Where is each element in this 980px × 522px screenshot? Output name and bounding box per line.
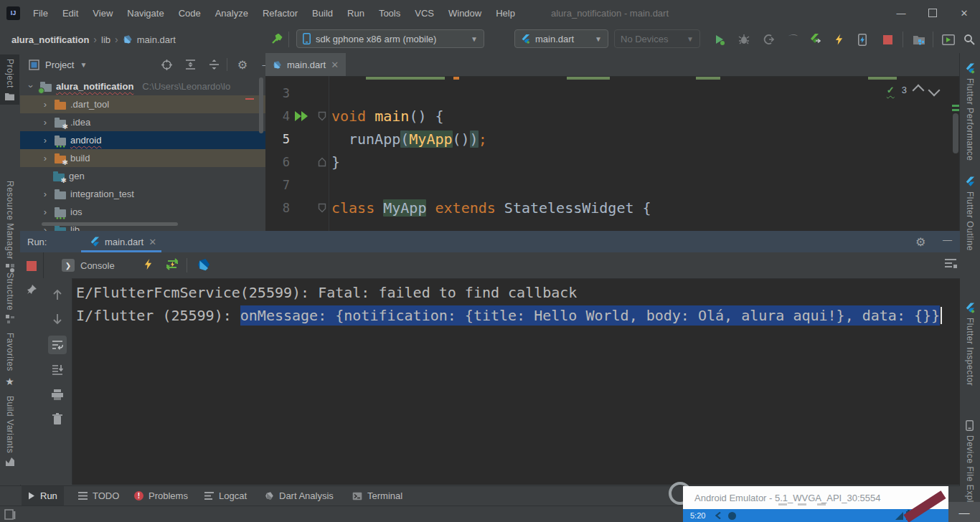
tree-item-label[interactable]: integration_test <box>70 189 134 199</box>
stop-button[interactable] <box>880 32 895 47</box>
hot-reload-button[interactable] <box>831 32 846 47</box>
stripe-resource-manager-button[interactable]: Resource Manager <box>0 181 19 272</box>
menu-tools[interactable]: Tools <box>372 0 407 26</box>
tree-row-android[interactable]: › ●●● android <box>20 131 265 149</box>
chevron-collapsed-icon[interactable]: › <box>40 99 50 110</box>
run-button[interactable] <box>712 32 727 47</box>
breadcrumb-file[interactable]: main.dart <box>137 34 176 45</box>
down-stack-trace-icon[interactable] <box>48 310 67 328</box>
search-icon[interactable] <box>962 32 976 47</box>
up-stack-trace-icon[interactable] <box>48 285 67 304</box>
soft-wrap-icon[interactable] <box>48 336 67 354</box>
tool-button-run[interactable]: Run <box>22 486 64 506</box>
inspections-widget[interactable]: ✓ 3 <box>887 85 938 95</box>
tool-button-dart-analysis[interactable]: Dart Analysis <box>258 486 340 506</box>
tree-row-integration-test[interactable]: › integration_test <box>20 185 265 203</box>
run-tab-main-dart[interactable]: main.dart ✕ <box>81 231 165 252</box>
stripe-structure-button[interactable]: Structure <box>0 272 19 323</box>
tree-item-label[interactable]: build <box>70 153 90 163</box>
code-line-7[interactable]: 7 <box>265 174 960 196</box>
console-tab[interactable]: ❯ Console <box>62 256 115 275</box>
breadcrumb-root[interactable]: alura_notification <box>11 34 89 45</box>
hide-panel-icon[interactable]: — <box>943 234 952 245</box>
locate-file-icon[interactable] <box>161 59 172 70</box>
window-close-button[interactable]: ✕ <box>948 0 980 26</box>
stripe-project-button[interactable]: Project <box>0 54 19 105</box>
chevron-collapsed-icon[interactable]: › <box>40 207 50 217</box>
window-maximize-button[interactable] <box>917 0 948 26</box>
tree-row-gen[interactable]: ✱ gen <box>20 167 265 185</box>
scrollbar-thumb[interactable] <box>953 113 958 153</box>
clear-trash-icon[interactable] <box>48 409 67 428</box>
vertical-scrollbar[interactable] <box>259 77 263 133</box>
tab-close-icon[interactable]: ✕ <box>149 237 156 247</box>
fold-marker-icon[interactable] <box>318 111 326 121</box>
build-hammer-icon[interactable] <box>270 32 284 47</box>
tree-item-label[interactable]: ios <box>70 207 83 217</box>
stripe-flutter-inspector-button[interactable]: Flutter Inspector <box>960 303 979 386</box>
scroll-to-end-icon[interactable] <box>48 360 67 379</box>
fold-marker-icon[interactable] <box>318 203 326 213</box>
run-config-dropdown[interactable]: main.dart ▼ <box>514 29 608 48</box>
expand-all-icon[interactable] <box>184 59 196 70</box>
stripe-favorites-button[interactable]: Favorites ★ <box>0 333 19 387</box>
layout-settings-icon[interactable] <box>944 258 957 270</box>
menu-code[interactable]: Code <box>171 0 208 26</box>
code-line-3[interactable]: 3 <box>265 82 960 105</box>
menu-analyze[interactable]: Analyze <box>208 0 255 26</box>
tree-item-label[interactable]: gen <box>69 171 85 181</box>
menu-refactor[interactable]: Refactor <box>255 0 305 26</box>
menu-edit[interactable]: Edit <box>55 0 85 26</box>
chevron-collapsed-icon[interactable]: › <box>40 135 50 146</box>
tool-window-toggle-icon[interactable] <box>4 509 16 520</box>
menu-navigate[interactable]: Navigate <box>120 0 171 26</box>
project-panel-title[interactable]: Project <box>45 60 74 70</box>
menu-vcs[interactable]: VCS <box>407 0 441 26</box>
breadcrumb-dir[interactable]: lib <box>101 34 110 45</box>
menu-run[interactable]: Run <box>340 0 372 26</box>
stripe-flutter-performance-button[interactable]: Flutter Performance <box>960 63 979 161</box>
editor-tab-main-dart[interactable]: main.dart ✕ <box>265 53 346 76</box>
tree-row-idea[interactable]: › ✱ .idea <box>20 113 265 131</box>
flutter-attach-icon[interactable] <box>808 32 822 47</box>
stripe-build-variants-button[interactable]: Build Variants <box>0 396 19 466</box>
tool-button-todo[interactable]: TODO <box>72 486 126 506</box>
horizontal-scrollbar[interactable] <box>42 222 178 226</box>
tree-row-dart-tool[interactable]: › .dart_tool <box>20 95 265 113</box>
run-line-icon[interactable] <box>293 110 311 122</box>
menu-window[interactable]: Window <box>441 0 489 26</box>
chevron-collapsed-icon[interactable]: › <box>40 189 50 199</box>
code-line-5[interactable]: 5 runApp(MyApp()); <box>265 128 960 151</box>
run-settings-gear-icon[interactable]: ⚙ <box>915 235 925 249</box>
device-selector-dropdown[interactable]: sdk gphone x86 arm (mobile) ▼ <box>296 29 484 48</box>
tree-item-label[interactable]: android <box>70 135 101 146</box>
window-minimize-button[interactable]: — <box>885 0 917 26</box>
hot-reload-icon[interactable] <box>143 258 153 270</box>
print-icon[interactable] <box>48 385 67 404</box>
selected-console-text[interactable]: onMessage: {notification: {title: Hello … <box>240 305 940 326</box>
code-line-6[interactable]: 6 } <box>265 151 960 174</box>
chevron-expanded-icon[interactable]: › <box>26 82 37 92</box>
tab-close-icon[interactable]: ✕ <box>331 60 339 70</box>
next-problem-icon[interactable] <box>928 84 941 96</box>
tool-button-problems[interactable]: ! Problems <box>128 486 194 506</box>
tree-item-label[interactable]: .idea <box>70 117 90 128</box>
tree-row-build[interactable]: › ✱ build <box>20 149 265 167</box>
tree-row-ios[interactable]: › ●●● ios <box>20 203 265 221</box>
emulator-icon[interactable] <box>941 32 956 47</box>
tree-item-label[interactable]: .dart_tool <box>70 99 109 110</box>
code-line-8[interactable]: 8 class MyApp extends StatelessWidget { <box>265 196 960 219</box>
emulator-side-panel[interactable]: — <box>948 502 980 522</box>
tree-row-root[interactable]: › alura_notification C:\Users\Leonardo\l… <box>20 77 265 95</box>
fold-marker-icon[interactable] <box>318 157 326 167</box>
menu-build[interactable]: Build <box>305 0 340 26</box>
rerun-stop-icon[interactable] <box>27 261 37 271</box>
menu-view[interactable]: View <box>85 0 120 26</box>
no-devices-dropdown[interactable]: No Devices ▼ <box>614 29 700 48</box>
emulator-title-bar[interactable]: Android Emulator - 5.1_WVGA_API_30:5554 <box>683 486 948 509</box>
menu-help[interactable]: Help <box>489 0 522 26</box>
pin-icon[interactable] <box>26 284 37 295</box>
tool-button-terminal[interactable]: Terminal <box>346 486 409 506</box>
hot-restart-icon[interactable] <box>165 257 179 271</box>
stripe-flutter-outline-button[interactable]: Flutter Outline <box>960 176 979 251</box>
